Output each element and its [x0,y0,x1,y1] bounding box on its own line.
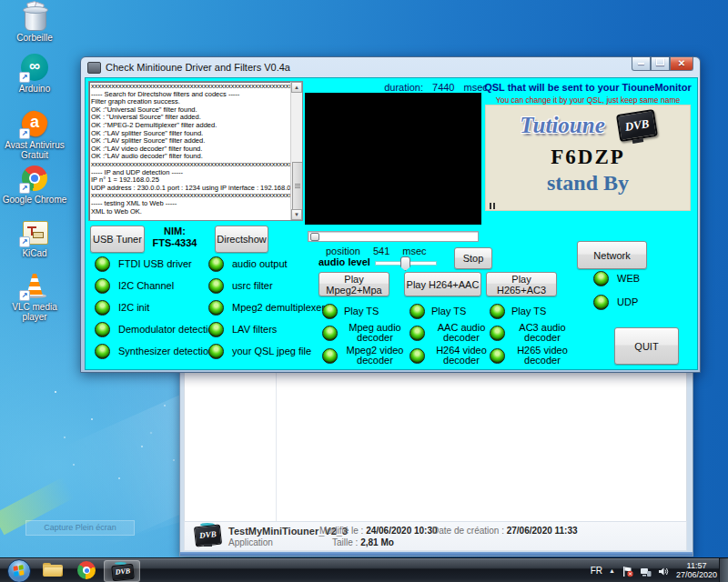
led-row-mpeg-audio: Mpeg audio decoder [322,323,406,343]
qsl-callsign: F6DZP [485,146,691,169]
desktop-icon-label: Corbeille [0,33,69,43]
led-row-play-ts: Play TS [490,304,546,319]
language-indicator[interactable]: FR [591,566,602,576]
vlc-icon: ↗ [20,271,49,300]
action-center-flag-icon[interactable] [622,565,633,577]
position-readout: position541msec [326,246,471,256]
play-mpeg2-button[interactable]: Play Mpeg2+Mpa [318,272,389,296]
dvb-app-icon: DVB [110,563,134,580]
play-column-mpeg2: Play Mpeg2+Mpa Play TS Mpeg audio decode… [318,272,406,366]
app-icon [87,62,101,74]
led-row-mpeg2-demux: Mpeg2 demultiplexer [208,300,325,315]
windows-flag-icon [13,565,24,577]
taskbar-chrome-button[interactable] [71,560,102,580]
chrome-icon [77,561,96,579]
desktop-icon-label: VLC media player [0,302,69,322]
status-led [593,295,609,310]
tray-expand-icon[interactable]: ▲ [609,567,615,574]
seek-bar[interactable] [308,231,479,242]
usb-tuner-button[interactable]: USB Tuner [90,226,145,253]
directshow-button[interactable]: Directshow [215,226,268,253]
led-row-i2c-channel: I2C Channel [95,278,174,293]
maximize-button[interactable] [651,57,670,71]
show-desktop-button[interactable] [719,558,728,582]
titlebar[interactable]: Check Minitioune Driver and Filters V0.4… [81,57,700,77]
file-created: Date de création : 27/06/2020 11:33 [432,526,578,536]
status-led [410,348,425,364]
taskbar-explorer-button[interactable] [36,560,69,580]
explorer-pane-divider[interactable] [276,370,277,522]
taskbar-minitioune-button[interactable]: DVB [104,560,140,582]
status-led [208,278,224,294]
explorer-window[interactable]: DVB TestMyMiniTiouner_V2_3 Application M… [179,366,693,557]
status-led [95,344,110,359]
seek-thumb[interactable] [310,233,319,241]
network-tray-icon[interactable] [640,565,652,577]
file-size: Taille : 2,81 Mo [332,537,394,547]
stop-button[interactable]: Stop [454,247,492,269]
audio-level-thumb[interactable] [400,256,410,271]
volume-tray-icon[interactable] [658,565,670,577]
shortcut-arrow-icon: ↗ [19,183,30,194]
status-led [322,348,338,364]
minimize-button[interactable] [632,57,651,71]
chrome-icon: ↗ [20,164,49,193]
tutioune-logo: Tutioune [520,113,605,138]
desktop-icon-chrome[interactable]: ↗ Google Chrome [0,164,69,205]
status-led [490,348,505,364]
play-h265-button[interactable]: Play H265+AC3 [486,272,557,296]
led-row-play-ts: Play TS [410,304,466,319]
led-row-ftdi: FTDI USB driver [95,256,192,271]
play-h264-button[interactable]: Play H264+AAC [404,272,481,296]
status-led [95,322,110,337]
qsl-card-image: Tutioune DVB F6DZP stand By [485,105,691,211]
scroll-thumb[interactable] [292,162,303,211]
scroll-up-icon[interactable]: ▲ [291,82,302,93]
status-led [593,271,609,286]
status-led [208,344,224,359]
close-button[interactable]: ✕ [670,57,693,71]
quit-button[interactable]: QUIT [614,327,679,365]
shortcut-arrow-icon: ↗ [19,236,30,247]
desktop-screen: Corbeille ∞ ↗ Arduino a ↗ Avast Antiviru… [0,0,728,582]
desktop-icon-vlc[interactable]: ↗ VLC media player [0,271,69,322]
led-row-audio-output: audio output [208,256,288,271]
nim-readout: NIM: FTS-4334 [146,226,204,249]
status-led [208,322,224,337]
led-row-ac3-audio: AC3 audio decoder [490,323,573,343]
audio-level-label: audio level [318,256,370,267]
taskbar-clock[interactable]: 11:57 27/06/2020 [676,561,717,579]
explorer-content[interactable] [184,369,687,523]
status-led [322,304,338,319]
status-led [410,326,425,341]
scroll-down-icon[interactable]: ▼ [291,209,302,220]
file-modified: Modifié le : 24/06/2020 10:30 [319,526,438,536]
shortcut-arrow-icon: ↗ [19,72,30,83]
audio-level-slider[interactable] [375,261,437,266]
shortcut-arrow-icon: ↗ [19,128,30,139]
led-row-play-ts: Play TS [322,304,379,319]
led-row-h265-video: H265 video decoder [490,346,573,366]
desktop-icon-label: KiCad [0,248,69,258]
desktop-icon-avast[interactable]: a ↗ Avast Antivirus Gratuit [0,109,69,160]
desktop-icon-recycle-bin[interactable]: Corbeille [0,2,69,43]
network-button[interactable]: Network [577,241,647,269]
recycle-bin-icon [20,2,49,31]
led-row-h264-video: H264 video decoder [410,346,491,366]
led-row-demodulator: Demodulator detection [95,322,219,336]
play-column-h264: Play H264+AAC Play TS AAC audio decoder … [404,272,491,366]
status-led [208,256,224,272]
start-button[interactable] [7,559,31,582]
desktop-icon-label: Arduino [0,84,69,94]
status-led [95,256,110,272]
log-scrollbar[interactable]: ▲ ▼ [290,82,302,220]
led-row-web: WEB [593,271,640,286]
led-row-i2c-init: I2C init [95,300,149,315]
desktop-icon-kicad[interactable]: ↗ KiCad [0,217,69,258]
shortcut-arrow-icon: ↗ [19,290,30,301]
log-textbox[interactable]: xxxxxxxxxxxxxxxxxxxxxxxxxxxxxxxxxxxxxxxx… [88,81,303,221]
desktop-icon-arduino[interactable]: ∞ ↗ Arduino [0,53,69,94]
app-client-area: xxxxxxxxxxxxxxxxxxxxxxxxxxxxxxxxxxxxxxxx… [85,77,698,370]
led-row-udp: UDP [593,295,638,309]
wallpaper-sparkles [55,391,56,393]
